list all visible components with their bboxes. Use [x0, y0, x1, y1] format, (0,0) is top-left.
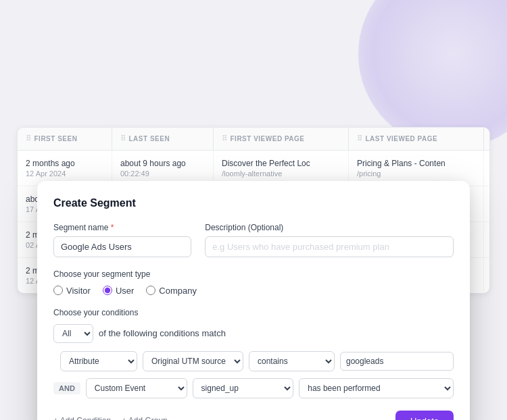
touchpoint-cell: G Paid Search / google — [484, 151, 490, 186]
touchpoint-cell: G Paid Search / google — [484, 258, 490, 293]
radio-user[interactable]: User — [103, 286, 134, 296]
all-conditions-select[interactable]: All Any — [53, 324, 93, 343]
form-group-segment-name: Segment name * — [53, 223, 191, 257]
conditions-label: Choose your conditions — [53, 308, 454, 317]
modal-title: Create Segment — [53, 197, 454, 209]
col-first-seen: ⠿ FIRST SEEN — [18, 128, 112, 150]
description-input[interactable] — [205, 236, 454, 257]
radio-company-input[interactable] — [146, 286, 155, 295]
drag-icon: ⠿ — [120, 134, 126, 143]
condition2-operator-select[interactable]: has been performed has not been performe… — [299, 378, 454, 398]
add-group-link[interactable]: + Add Group — [122, 416, 168, 420]
condition-row-1: Attribute Custom Event Original UTM sour… — [53, 351, 454, 371]
form-row-name-desc: Segment name * Description (Optional) — [53, 223, 454, 257]
conditions-match-text: of the following conditions match — [99, 328, 226, 338]
update-button[interactable]: Update — [395, 411, 454, 421]
conditions-section: Choose your conditions All Any of the fo… — [53, 308, 454, 398]
drag-icon: ⠿ — [222, 134, 228, 143]
table-header: ⠿ FIRST SEEN ⠿ LAST SEEN ⠿ FIRST VIEWED … — [18, 128, 489, 151]
touchpoint-cell: G Paid Search / google — [484, 186, 490, 221]
condition1-field-select[interactable]: Original UTM source — [143, 351, 243, 371]
segment-type-section: Choose your segment type Visitor User Co… — [53, 269, 454, 296]
col-last-seen: ⠿ LAST SEEN — [112, 128, 214, 150]
form-group-description: Description (Optional) — [205, 223, 454, 257]
drag-icon: ⠿ — [357, 134, 363, 143]
radio-user-input[interactable] — [103, 286, 112, 295]
segment-type-label: Choose your segment type — [53, 269, 454, 279]
add-condition-link[interactable]: + Add Condition — [53, 416, 111, 420]
radio-visitor-input[interactable] — [53, 286, 63, 295]
radio-company[interactable]: Company — [146, 286, 197, 296]
drag-icon: ⠿ — [26, 134, 32, 143]
description-label: Description (Optional) — [205, 223, 454, 232]
condition1-value-input[interactable] — [340, 352, 454, 371]
condition1-type-select[interactable]: Attribute Custom Event — [60, 351, 137, 371]
modal-footer: + Add Condition + Add Group Update — [53, 411, 454, 421]
create-segment-modal: Create Segment Segment name * Descriptio… — [37, 181, 470, 421]
condition1-operator-select[interactable]: contains does not contain equals — [249, 351, 335, 371]
col-first-viewed: ⠿ FIRST VIEWED PAGE — [214, 128, 349, 150]
radio-visitor[interactable]: Visitor — [53, 286, 91, 296]
add-links: + Add Condition + Add Group — [53, 416, 168, 420]
touchpoint-cell: G Paid Search / google — [484, 222, 490, 257]
page-wrapper: ⠿ FIRST SEEN ⠿ LAST SEEN ⠿ FIRST VIEWED … — [17, 127, 490, 294]
condition2-field-select[interactable]: signed_up — [193, 378, 294, 398]
condition2-type-select[interactable]: Attribute Custom Event — [86, 378, 187, 398]
segment-name-input[interactable] — [53, 236, 191, 257]
col-first-touchpoint: ⠿ FIRST TOUCHPOINT — [484, 128, 490, 150]
and-badge: AND — [53, 382, 80, 394]
segment-name-label: Segment name * — [53, 223, 191, 232]
radio-group: Visitor User Company — [53, 286, 454, 296]
col-last-viewed: ⠿ LAST VIEWED PAGE — [349, 128, 484, 150]
condition-row-2: AND Attribute Custom Event signed_up has… — [53, 378, 454, 398]
conditions-header: All Any of the following conditions matc… — [53, 324, 454, 343]
